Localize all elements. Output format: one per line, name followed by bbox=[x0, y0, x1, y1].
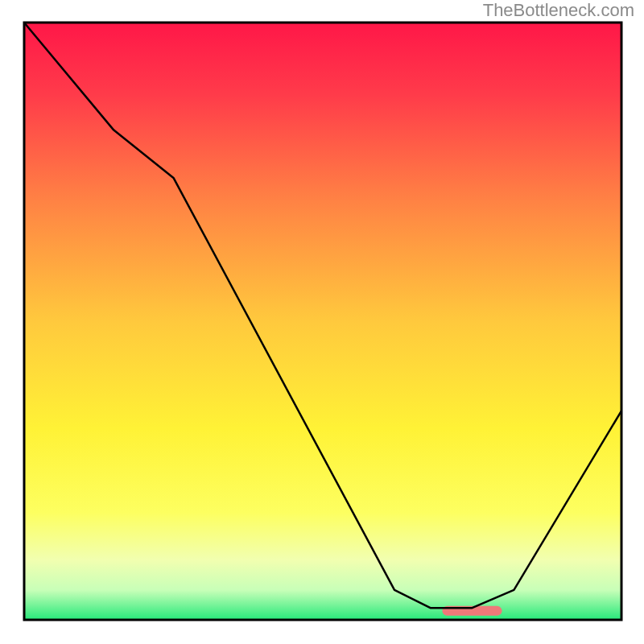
chart-container: TheBottleneck.com bbox=[0, 0, 644, 644]
gradient-background bbox=[24, 23, 621, 620]
watermark-text: TheBottleneck.com bbox=[483, 0, 634, 21]
bottleneck-chart bbox=[0, 0, 644, 644]
